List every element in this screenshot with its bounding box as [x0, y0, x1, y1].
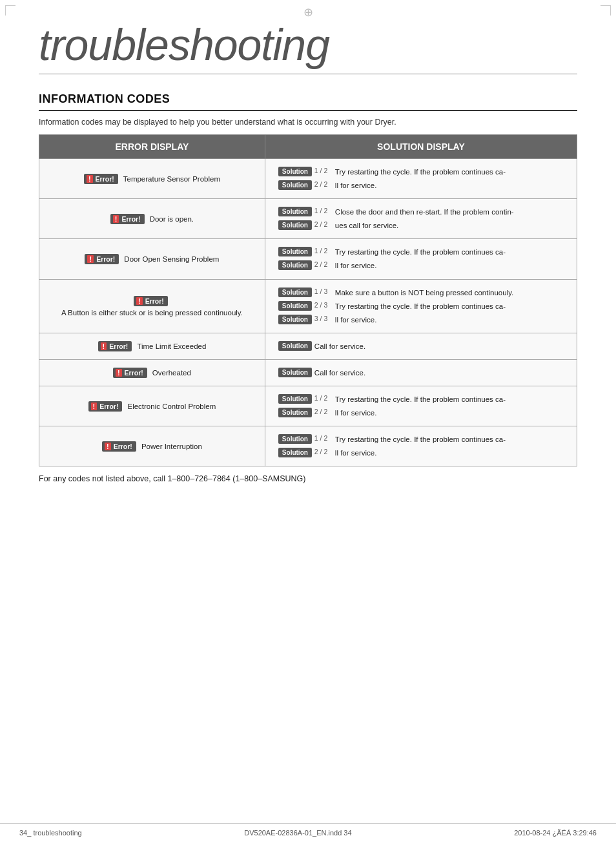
page-label: 34_ troubleshooting	[19, 829, 82, 837]
col-header-solution: SOLUTION DISPLAY	[265, 135, 577, 159]
solution-cell-2: Solution1 / 2Try restarting the cycle. I…	[265, 239, 577, 279]
error-cell-3: !Error!A Button is either stuck or is be…	[39, 279, 265, 333]
solution-cell-3: Solution1 / 3Make sure a button is NOT b…	[265, 279, 577, 333]
error-cell-5: !Error!Overheated	[39, 359, 265, 386]
error-cell-4: !Error!Time Limit Exceeded	[39, 333, 265, 359]
error-cell-6: !Error!Electronic Control Problem	[39, 386, 265, 426]
error-cell-1: !Error!Door is open.	[39, 199, 265, 239]
solution-cell-4: SolutionCall for service.	[265, 333, 577, 359]
print-info-right: 2010-08-24 ¿ÃÉÁ 3:29:46	[514, 829, 597, 837]
col-header-error: ERROR DISPLAY	[39, 135, 265, 159]
solution-cell-1: Solution1 / 2Close the door and then re-…	[265, 199, 577, 239]
page-bottom: 34_ troubleshooting DV520AE-02836A-01_EN…	[0, 823, 616, 837]
page-title: troubleshooting	[39, 19, 577, 74]
print-info-left: DV520AE-02836A-01_EN.indd 34	[244, 829, 351, 837]
section-heading: INFORMATION CODES	[39, 92, 577, 111]
solution-cell-7: Solution1 / 2Try restarting the cycle. I…	[265, 426, 577, 466]
section-description: Information codes may be displayed to he…	[39, 118, 577, 127]
footer-note: For any codes not listed above, call 1–8…	[39, 474, 577, 483]
solution-cell-6: Solution1 / 2Try restarting the cycle. I…	[265, 386, 577, 426]
solution-cell-0: Solution1 / 2Try restarting the cycle. I…	[265, 159, 577, 199]
solution-cell-5: SolutionCall for service.	[265, 359, 577, 386]
error-cell-7: !Error!Power Interruption	[39, 426, 265, 466]
error-cell-0: !Error!Temperature Sensor Problem	[39, 159, 265, 199]
error-cell-2: !Error!Door Open Sensing Problem	[39, 239, 265, 279]
info-table: ERROR DISPLAY SOLUTION DISPLAY !Error!Te…	[39, 134, 577, 466]
